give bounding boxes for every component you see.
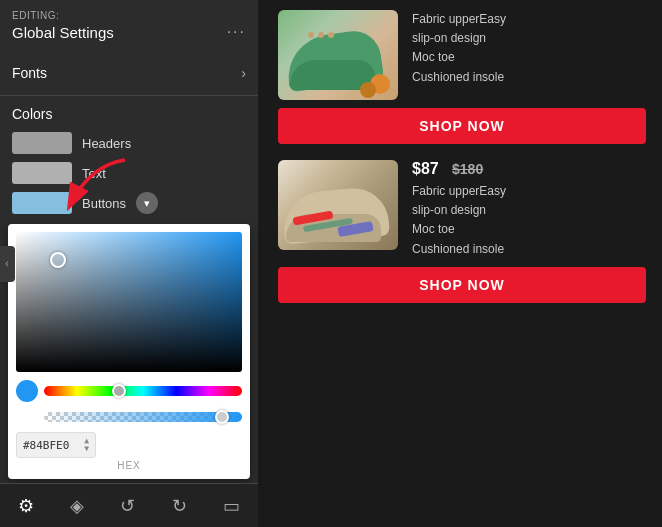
headers-color-swatch[interactable] [12,132,72,154]
bottom-toolbar: ⚙ ◈ ↺ ↻ ▭ [0,483,258,527]
product-card-2-inner: $87 $180 Fabric upperEasyslip-on designM… [278,160,646,259]
buttons-chevron-down-icon[interactable]: ▾ [136,192,158,214]
hue-color-dot[interactable] [16,380,38,402]
product-2-sale-price: $87 [412,160,439,177]
buttons-color-swatch[interactable] [12,192,72,214]
colors-section: Colors Headers Text Buttons ▾ [0,96,258,222]
right-panel: Fabric upperEasyslip-on designMoc toeCus… [258,0,662,527]
product-card-2: $87 $180 Fabric upperEasyslip-on designM… [278,160,646,303]
fonts-section-row[interactable]: Fonts › [0,51,258,96]
hue-slider[interactable] [44,386,242,396]
opacity-thumb[interactable] [215,410,229,424]
panel-collapse-handle[interactable]: ‹ [0,246,15,282]
settings-icon[interactable]: ⚙ [10,491,42,521]
hue-thumb[interactable] [112,384,126,398]
text-color-label: Text [82,166,106,181]
product-image-1 [278,10,398,100]
buttons-color-label: Buttons [82,196,126,211]
hex-arrows-icon[interactable]: ▲ ▼ [84,437,89,453]
product-1-features: Fabric upperEasyslip-on designMoc toeCus… [412,10,646,87]
product-1-info: Fabric upperEasyslip-on designMoc toeCus… [412,10,646,87]
product-image-2 [278,160,398,250]
device-icon[interactable]: ▭ [215,491,248,521]
global-settings-title: Global Settings ··· [0,23,258,51]
product-card-1-inner: Fabric upperEasyslip-on designMoc toeCus… [278,10,646,100]
product-1-shop-button[interactable]: SHOP NOW [278,108,646,144]
hex-input-row: #84BFE0 ▲ ▼ [16,432,242,458]
hex-input-box[interactable]: #84BFE0 ▲ ▼ [16,432,96,458]
opacity-slider-row [16,406,242,428]
opacity-slider[interactable] [44,412,242,422]
color-gradient-box[interactable] [16,232,242,372]
dots-menu-icon[interactable]: ··· [227,23,246,41]
text-color-swatch[interactable] [12,162,72,184]
color-picker: #84BFE0 ▲ ▼ HEX [8,224,250,479]
product-2-info: $87 $180 Fabric upperEasyslip-on designM… [412,160,646,259]
colors-title: Colors [12,106,246,122]
undo-icon[interactable]: ↺ [112,491,143,521]
gradient-picker-handle[interactable] [50,252,66,268]
headers-color-row: Headers [12,132,246,154]
product-2-features: Fabric upperEasyslip-on designMoc toeCus… [412,182,646,259]
text-color-row: Text [12,162,246,184]
product-card-1: Fabric upperEasyslip-on designMoc toeCus… [278,10,646,144]
product-2-original-price: $180 [452,161,483,177]
global-settings-text: Global Settings [12,24,114,41]
hue-slider-row [16,380,242,402]
redo-icon[interactable]: ↻ [164,491,195,521]
product-2-shop-button[interactable]: SHOP NOW [278,267,646,303]
headers-color-label: Headers [82,136,131,151]
product-list: Fabric upperEasyslip-on designMoc toeCus… [258,0,662,527]
fonts-chevron-icon: › [241,65,246,81]
left-panel: EDITING: Global Settings ··· Fonts › Col… [0,0,258,527]
hex-value: #84BFE0 [23,439,69,452]
buttons-color-row: Buttons ▾ [12,192,246,214]
fonts-label: Fonts [12,65,47,81]
layers-icon[interactable]: ◈ [62,491,92,521]
editing-label: EDITING: [0,0,258,23]
hex-label: HEX [16,460,242,471]
product-2-price: $87 $180 [412,160,646,178]
